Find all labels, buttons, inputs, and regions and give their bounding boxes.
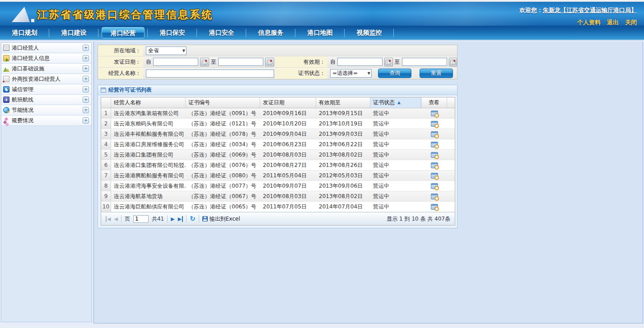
- nav-tab[interactable]: 信息服务: [246, 25, 295, 40]
- calendar-button[interactable]: [200, 58, 209, 66]
- sidebar-item[interactable]: 港口经营人信息 +: [1, 53, 91, 64]
- validity-from-input[interactable]: [337, 58, 383, 66]
- table-row[interactable]: 4 连云港港口房屋维修服务公司 （苏连）港经证（0034）号 2010年06月2…: [101, 139, 455, 150]
- prev-page-button[interactable]: ◀: [114, 216, 117, 222]
- certificate-list-panel: 经营许可证书列表 经营人名称 证书编号 发证日期 有效期至 证书状态 ▲ 查看: [98, 85, 457, 228]
- sidebar-item[interactable]: 外商投资港口经营人 +: [1, 74, 91, 84]
- to-label: 至: [211, 58, 216, 66]
- expand-plus-button[interactable]: +: [83, 45, 89, 51]
- table-row[interactable]: 6 连云港港口集团有限公司轮驳... （苏连）港经证（0076）号 2010年0…: [101, 160, 455, 171]
- column-header-cert-no[interactable]: 证书编号: [186, 97, 260, 108]
- sidebar-item-label: 港口经营人: [12, 44, 80, 52]
- cell-cert-status: 营运中: [370, 202, 421, 212]
- calendar-icon: [267, 60, 272, 65]
- page-number-input[interactable]: [133, 215, 149, 223]
- calendar-icon: [202, 60, 207, 65]
- newspaper-icon: [3, 45, 9, 51]
- sidebar-item[interactable]: 规费情况 +: [1, 115, 91, 126]
- issue-date-label: 发证日期：: [98, 56, 143, 68]
- calendar-button[interactable]: [384, 58, 393, 66]
- view-detail-button[interactable]: [431, 162, 438, 168]
- view-detail-button[interactable]: [431, 121, 438, 127]
- expand-plus-button[interactable]: +: [83, 76, 89, 82]
- sidebar-item[interactable]: 港口基础设施 +: [1, 64, 91, 74]
- cell-valid-until: 2012年05月03日: [316, 171, 370, 180]
- next-page-button[interactable]: ▶: [171, 216, 174, 222]
- nav-tab[interactable]: 港口建设: [49, 25, 98, 40]
- filter-form: 所在地域： 全省 ▼ 发证日期： 自 至 有效期： 自 至 经营人名称：: [98, 45, 457, 79]
- cell-rownum: 3: [101, 129, 111, 139]
- cell-cert-status: 营运中: [370, 139, 421, 149]
- issue-date-from-input[interactable]: [153, 58, 198, 66]
- sidebar-item[interactable]: 航班航线 +: [1, 95, 91, 105]
- query-button[interactable]: 查询: [378, 69, 411, 78]
- sidebar-item-label: 港口基础设施: [12, 65, 80, 73]
- cell-cert-no: （苏连）港经证（0080）号: [186, 171, 260, 180]
- expand-plus-button[interactable]: +: [83, 65, 89, 72]
- cell-rownum: 6: [101, 160, 111, 170]
- reset-button[interactable]: 重置: [420, 69, 453, 78]
- table-row[interactable]: 2 连云港东粮码头有限公司 （苏连）港经证（0121）号 2010年10月20日…: [101, 119, 455, 129]
- nav-tab[interactable]: 视频监控: [345, 25, 394, 40]
- column-header-cert-status[interactable]: 证书状态 ▲: [370, 97, 421, 108]
- column-header-rownum: [101, 97, 111, 108]
- fee-cubes-icon: [3, 117, 9, 124]
- expand-plus-button[interactable]: +: [83, 117, 89, 124]
- column-header-operator-name[interactable]: 经营人名称: [111, 97, 186, 108]
- table-row[interactable]: 5 连云港港口集团有限公司 （苏连）港经证（0069）号 2010年08月03日…: [101, 150, 455, 160]
- nav-tab[interactable]: 港口保安: [148, 25, 197, 40]
- nav-tab[interactable]: 港口安全: [197, 25, 246, 40]
- view-detail-button[interactable]: [431, 152, 438, 158]
- region-label: 所在地域：: [98, 45, 143, 56]
- column-header-valid-until[interactable]: 有效期至: [316, 97, 370, 108]
- validity-label: 有效期：: [275, 56, 327, 68]
- sidebar-item[interactable]: 节能情况 +: [1, 105, 91, 115]
- table-row[interactable]: 9 连云港海航基地货场 （苏连）港经证（0067）号 2010年08月03日 2…: [101, 191, 455, 202]
- view-detail-button[interactable]: [431, 204, 438, 210]
- operator-name-input[interactable]: [146, 69, 274, 78]
- table-row[interactable]: 8 连云港港湾海事安全设备有限... （苏连）港经证（0077）号 2010年0…: [101, 181, 455, 191]
- cell-valid-until: 2013年09月06日: [316, 181, 370, 191]
- validity-to-input[interactable]: [402, 58, 447, 66]
- table-row[interactable]: 1 连云港东鸿集装箱有限公司 （苏连）港经证（0091）号 2010年09月16…: [101, 108, 455, 119]
- view-detail-button[interactable]: [431, 111, 438, 116]
- expand-plus-button[interactable]: +: [83, 55, 89, 61]
- calendar-button[interactable]: [265, 58, 274, 66]
- table-row[interactable]: 7 连云港港腾船舶服务有限公司 （苏连）港经证（0080）号 2011年05月0…: [101, 171, 455, 181]
- last-page-button[interactable]: ▶: [178, 216, 183, 222]
- expand-plus-button[interactable]: +: [83, 107, 89, 113]
- view-detail-button[interactable]: [431, 183, 438, 189]
- expand-plus-button[interactable]: +: [83, 86, 89, 92]
- nav-tab[interactable]: 港口经营: [98, 25, 148, 40]
- cell-operator-name: 连云港港口集团有限公司轮驳...: [111, 160, 186, 170]
- nav-tab[interactable]: 港口规划: [0, 25, 49, 40]
- cert-status-select[interactable]: =请选择= ▼: [330, 69, 372, 78]
- table-row[interactable]: 3 连云港丰裕船舶服务有限公司 （苏连）港经证（0078）号 2010年09月0…: [101, 129, 455, 139]
- view-detail-button[interactable]: [431, 142, 438, 148]
- expand-plus-button[interactable]: +: [83, 97, 89, 103]
- first-page-button[interactable]: ◀: [106, 216, 111, 222]
- export-excel-button[interactable]: 输出到Excel: [202, 215, 240, 223]
- cell-cert-no: （苏连）港经证（0067）号: [186, 191, 260, 201]
- cell-issue-date: 2010年08月27日: [260, 160, 316, 170]
- column-header-issue-date[interactable]: 发证日期: [260, 97, 316, 108]
- cell-issue-date: 2010年08月03日: [260, 191, 316, 201]
- cell-cert-no: （苏连）港经证（0065）号: [186, 202, 260, 212]
- region-select[interactable]: 全省 ▼: [146, 46, 187, 55]
- table-row[interactable]: 10 连云港海巨船舶供应有限公司 （苏连）港经证（0065）号 2011年07月…: [101, 202, 455, 212]
- cell-issue-date: 2010年09月07日: [260, 181, 316, 191]
- view-detail-button[interactable]: [431, 131, 438, 137]
- sidebar-menu: 港口经营人 + 港口经营人信息 + 港口基础设施 + 外商投资港口经营人 + 诚…: [1, 42, 92, 322]
- cell-issue-date: 2010年08月03日: [260, 150, 316, 160]
- cell-valid-until: 2013年09月03日: [316, 129, 370, 139]
- sidebar-item[interactable]: 诚信管理 +: [1, 84, 91, 95]
- refresh-icon[interactable]: ↻: [190, 216, 196, 222]
- cert-status-label: 证书状态：: [275, 68, 327, 79]
- issue-date-to-input[interactable]: [218, 58, 263, 66]
- page-label: 页: [125, 215, 130, 223]
- calendar-button[interactable]: [449, 58, 457, 66]
- view-detail-button[interactable]: [431, 173, 438, 179]
- view-detail-button[interactable]: [431, 194, 438, 199]
- sidebar-item[interactable]: 港口经营人 +: [1, 43, 91, 53]
- nav-tab[interactable]: 港口地图: [295, 25, 345, 40]
